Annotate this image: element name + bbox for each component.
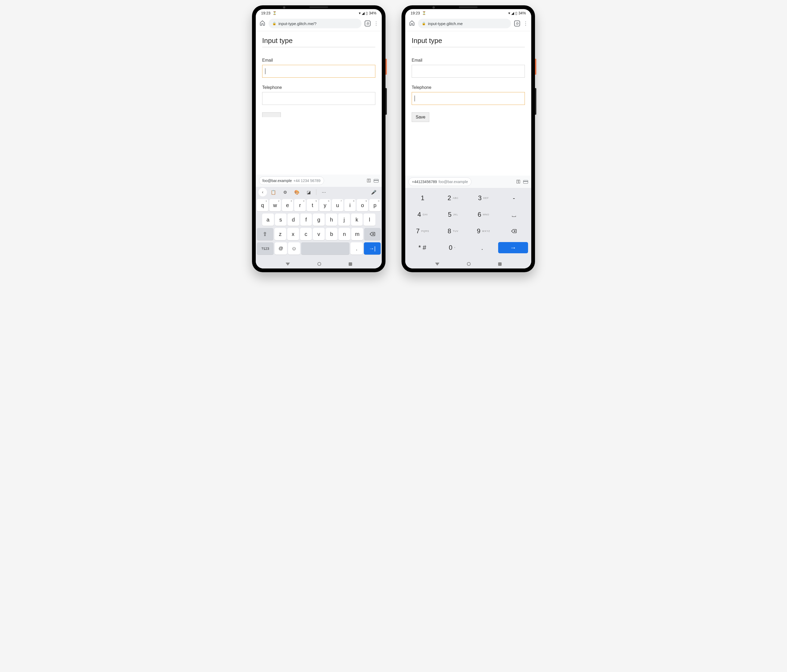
key-k[interactable]: k [351, 213, 363, 226]
key-icon[interactable]: ⚿ [516, 179, 521, 184]
numkey-[interactable]: - [499, 191, 529, 205]
numkey-3[interactable]: 3DEF [468, 191, 499, 205]
power-button[interactable] [535, 59, 536, 75]
power-button[interactable] [386, 59, 387, 75]
palette-icon[interactable]: 🎨 [292, 188, 302, 196]
status-bar: 19:23 ⏳ ▾ ◢ ▯ 34% [256, 9, 382, 17]
autofill-suggestion[interactable]: foo@bar.example +44 1234 56789 [259, 177, 324, 185]
screen-right: 19:23 ⏳ ▾ ◢ ▯ 34% 🔒 input-type.glitch.me… [405, 9, 531, 268]
keyboard-toolbar: ‹ 📋 ⚙ 🎨 ◪ ⋯ 🎤̸ [256, 187, 382, 197]
home-icon[interactable] [409, 20, 415, 27]
key-icon[interactable]: ⚿ [367, 178, 371, 183]
battery-pct: 34% [518, 11, 526, 15]
key-e[interactable]: e3 [282, 199, 293, 211]
key-i[interactable]: i8 [345, 199, 356, 211]
recents-nav-icon[interactable] [349, 262, 352, 266]
key-j[interactable]: j [338, 213, 350, 226]
clock: 19:23 [411, 11, 420, 15]
key-o[interactable]: o9 [357, 199, 368, 211]
phone-right: 19:23 ⏳ ▾ ◢ ▯ 34% 🔒 input-type.glitch.me… [401, 5, 535, 272]
telephone-field[interactable] [412, 92, 525, 105]
shift-key[interactable]: ⇧ [257, 228, 273, 240]
key-m[interactable]: m [351, 228, 363, 240]
back-nav-icon[interactable] [286, 263, 290, 265]
lock-icon: 🔒 [272, 22, 276, 25]
chevron-left-icon[interactable]: ‹ [258, 188, 267, 196]
key-t[interactable]: t5 [307, 199, 318, 211]
tabs-button[interactable]: :D [365, 21, 371, 27]
key-b[interactable]: b [326, 228, 337, 240]
key-q[interactable]: q1 [257, 199, 268, 211]
front-camera [283, 6, 285, 8]
space-key[interactable] [301, 242, 349, 255]
key-z[interactable]: z [275, 228, 286, 240]
key-a[interactable]: a [262, 213, 274, 226]
numkey-9[interactable]: 9WXYZ [468, 224, 499, 238]
home-icon[interactable] [259, 20, 265, 27]
signal-icon: ◢ [511, 11, 514, 15]
home-nav-icon[interactable] [467, 262, 471, 266]
volume-button[interactable] [535, 88, 536, 115]
numkey-[interactable]: ⎵ [499, 207, 529, 222]
telephone-field[interactable] [262, 92, 375, 105]
key-p[interactable]: p0 [369, 199, 381, 211]
tabs-button[interactable]: :D [514, 21, 520, 27]
key-f[interactable]: f [300, 213, 312, 226]
back-nav-icon[interactable] [435, 263, 439, 265]
recents-nav-icon[interactable] [498, 262, 502, 266]
numkey-1[interactable]: 1 [408, 191, 438, 205]
key-v[interactable]: v [313, 228, 325, 240]
key-l[interactable]: l [363, 213, 375, 226]
emoji-key[interactable]: ☺ [288, 242, 300, 255]
home-nav-icon[interactable] [318, 262, 321, 266]
at-key[interactable]: @ [275, 242, 287, 255]
battery-icon: ▯ [366, 11, 368, 15]
key-c[interactable]: c [300, 228, 312, 240]
backspace-key[interactable] [364, 228, 381, 240]
numkey-5[interactable]: 5JKL [438, 207, 468, 222]
address-bar[interactable]: 🔒 input-type.glitch.me/? [269, 19, 362, 28]
page-content: Input type Email Telephone Save [405, 31, 531, 176]
numkey-6[interactable]: 6MNO [468, 207, 499, 222]
key-w[interactable]: w2 [269, 199, 281, 211]
key-y[interactable]: y6 [319, 199, 331, 211]
address-bar[interactable]: 🔒 input-type.glitch.me [418, 19, 511, 28]
menu-icon[interactable]: ⋮ [523, 21, 528, 27]
numkey-4[interactable]: 4GHI [408, 207, 438, 222]
email-label: Email [412, 58, 525, 63]
numkey-[interactable]: . [467, 240, 497, 255]
speaker-grill [459, 6, 477, 8]
numkey-[interactable]: * # [408, 240, 437, 255]
numkey-7[interactable]: 7PQRS [408, 224, 438, 238]
email-field[interactable] [262, 65, 375, 78]
card-icon[interactable] [374, 179, 379, 183]
key-g[interactable]: g [313, 213, 325, 226]
key-r[interactable]: r4 [294, 199, 306, 211]
key-n[interactable]: n [338, 228, 350, 240]
menu-icon[interactable]: ⋮ [374, 21, 378, 27]
save-button[interactable]: Save [412, 112, 429, 122]
save-button[interactable] [262, 112, 281, 117]
numkey-0[interactable]: 0+ [437, 240, 467, 255]
clipboard-icon[interactable]: 📋 [268, 188, 279, 196]
numkey-2[interactable]: 2ABC [438, 191, 468, 205]
gear-icon[interactable]: ⚙ [280, 188, 291, 196]
autofill-suggestion[interactable]: +44123456789 foo@bar.example [408, 177, 471, 186]
card-icon[interactable] [523, 180, 528, 184]
key-u[interactable]: u7 [332, 199, 343, 211]
period-key[interactable]: . [351, 242, 362, 255]
mic-off-icon[interactable]: 🎤̸ [368, 188, 379, 196]
key-x[interactable]: x [287, 228, 299, 240]
email-field[interactable] [412, 65, 525, 78]
sticker-icon[interactable]: ◪ [303, 188, 314, 196]
backspace-key[interactable] [499, 224, 529, 238]
key-h[interactable]: h [326, 213, 337, 226]
more-icon[interactable]: ⋯ [318, 188, 329, 196]
enter-key[interactable]: → [498, 242, 528, 253]
volume-button[interactable] [386, 88, 387, 115]
key-s[interactable]: s [275, 213, 287, 226]
numkey-8[interactable]: 8TUV [438, 224, 468, 238]
enter-key[interactable]: →| [364, 242, 381, 255]
key-d[interactable]: d [288, 213, 299, 226]
symbols-key[interactable]: ?123 [257, 242, 273, 255]
